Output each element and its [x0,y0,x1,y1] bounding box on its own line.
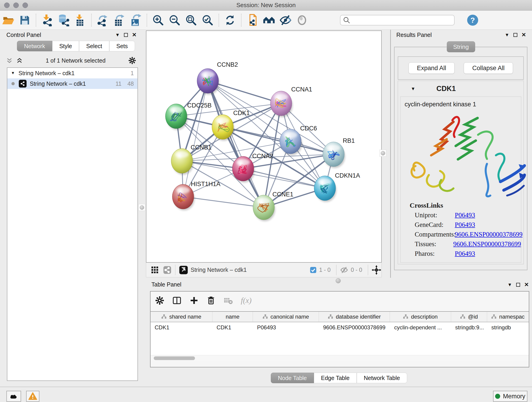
node-CCNE1[interactable]: CCNE1 [253,191,293,221]
node-result-header[interactable]: ▼ CDK1 [398,81,524,96]
birds-eye-view-icon[interactable] [179,265,188,275]
expand-all-button[interactable]: Expand All [409,62,455,74]
control-panel: Control Panel ▼ ✕ Network Style Select S… [2,31,140,386]
expand-all-icon[interactable] [16,57,23,64]
zoom-out-button[interactable] [168,14,181,26]
zoom-in-button[interactable] [152,14,164,26]
cell-database-identifier[interactable]: 9606.ENSP00000378699 [319,324,390,331]
grid-view-icon[interactable] [150,265,159,274]
table-row[interactable]: CDK1 CDK1 P06493 9606.ENSP00000378699 cy… [151,322,529,333]
collapse-all-icon[interactable] [6,57,13,64]
help-button[interactable]: ? [467,15,478,26]
vertical-splitter[interactable] [390,30,391,278]
network-from-file-button[interactable] [246,14,259,26]
column-header-description[interactable]: description [390,312,451,322]
crosslink-label: Uniprot: [415,211,455,219]
panel-float-icon[interactable] [124,33,128,37]
tab-network[interactable]: Network [17,41,52,51]
delete-column-icon[interactable] [206,296,215,305]
first-neighbors-button[interactable] [263,14,275,26]
zoom-fit-button[interactable] [185,14,197,26]
hide-selected-button[interactable] [279,14,292,26]
column-header-shared-name[interactable]: shared name [151,312,212,322]
import-database-button[interactable] [57,14,70,26]
column-header-canonical-name[interactable]: canonical name [253,312,319,322]
right-splitter-handle[interactable] [380,150,386,157]
tab-string[interactable]: String [447,41,475,52]
panel-collapse-icon[interactable]: ▼ [115,32,120,38]
collection-expander-icon[interactable]: ▼ [11,71,15,75]
network-collection-row[interactable]: ▼ String Network – cdk1 1 [7,68,138,78]
export-network-button[interactable] [96,14,109,26]
cell-id[interactable]: stringdb:9... [451,324,487,331]
panel-float-icon[interactable] [513,33,517,37]
edge-CCNB2-HIST1H1A[interactable] [183,81,208,197]
save-session-button[interactable] [19,14,31,26]
column-header-database-identifier[interactable]: database identifier [319,312,390,322]
warnings-button[interactable] [26,391,39,402]
tab-sets[interactable]: Sets [109,41,135,51]
scrollbar-thumb[interactable] [154,356,195,360]
refresh-layout-button[interactable] [224,14,236,26]
import-table-button[interactable] [74,14,86,26]
node-CCNB1[interactable]: CCNB1 [171,144,212,175]
panel-collapse-icon[interactable]: ▼ [505,32,509,38]
cell-canonical-name[interactable]: P06493 [253,324,319,331]
panel-float-icon[interactable] [516,283,520,287]
gear-icon[interactable] [128,57,136,64]
cell-namespace[interactable]: stringdb [487,324,529,331]
crosslink-link[interactable]: 9606.ENSP00000378699 [455,230,523,238]
cell-name[interactable]: CDK1 [212,324,253,331]
node-RB1[interactable]: RB1 [323,137,355,168]
panel-close-icon[interactable]: ✕ [524,281,529,288]
edge-HIST1H1A-CCNE1[interactable] [183,197,264,207]
tab-edge-table[interactable]: Edge Table [314,373,357,383]
crosslink-link[interactable]: P06493 [455,211,475,219]
node-CDKN1A[interactable]: CDKN1A [314,172,360,202]
memory-button[interactable]: Memory [493,391,527,402]
panel-collapse-icon[interactable]: ▼ [507,282,512,287]
crosslink-link[interactable]: 9606.ENSP00000378699 [453,240,521,248]
network-view-canvas[interactable]: CCNB2CCNA1CDC25BCDK1CDC6RB1CCNB1CCNA2CDK… [146,31,382,263]
search-box[interactable] [340,15,455,26]
tab-network-table[interactable]: Network Table [357,373,407,383]
cell-description[interactable]: cyclin-dependent ... [390,324,451,331]
node-HIST1H1A[interactable]: HIST1H1A [172,181,220,211]
hidden-eye-icon[interactable] [340,266,348,274]
column-header-id[interactable]: @id [451,312,487,322]
show-columns-icon[interactable] [172,296,182,305]
zoom-selected-button[interactable] [201,14,214,26]
export-table-button[interactable] [113,14,125,26]
cell-shared-name[interactable]: CDK1 [151,324,212,331]
table-panel-header: Table Panel ▼ ✕ [146,278,532,291]
show-all-button[interactable] [296,14,308,26]
network-row[interactable]: String Network – cdk1 11 48 [7,78,138,89]
node-CCNA1[interactable]: CCNA1 [270,86,312,117]
table-horizontal-scrollbar[interactable] [151,355,529,361]
add-column-icon[interactable] [190,296,199,305]
pan-crosshair-icon[interactable] [371,265,381,275]
collapse-all-button[interactable]: Collapse All [464,62,513,74]
panel-close-icon[interactable]: ✕ [132,32,137,38]
share-view-icon[interactable] [163,265,172,274]
table-settings-gear-icon[interactable] [155,296,164,305]
import-network-button[interactable] [41,14,53,26]
column-header-name[interactable]: name [212,312,253,322]
entry-expander-icon[interactable]: ▼ [411,86,415,91]
cloud-status-button[interactable] [6,391,21,402]
column-header-namespace[interactable]: namespac [487,312,529,322]
export-image-button[interactable] [129,14,142,26]
edge-CCNB2-CCNE1[interactable] [208,81,264,207]
search-input[interactable] [351,17,447,23]
left-splitter-handle[interactable] [138,204,145,211]
crosslink-link[interactable]: P06493 [455,221,475,229]
crosslink-link[interactable]: P06493 [455,250,475,257]
tab-node-table[interactable]: Node Table [271,373,314,383]
open-session-button[interactable] [2,14,14,26]
panel-close-icon[interactable]: ✕ [521,32,526,38]
node-CDC6[interactable]: CDC6 [280,125,317,155]
selected-checkbox-icon[interactable] [310,266,317,274]
tab-select[interactable]: Select [79,41,109,51]
tab-style[interactable]: Style [52,41,79,51]
string-network-graph[interactable]: CCNB2CCNA1CDC25BCDK1CDC6RB1CCNB1CCNA2CDK… [146,31,381,262]
